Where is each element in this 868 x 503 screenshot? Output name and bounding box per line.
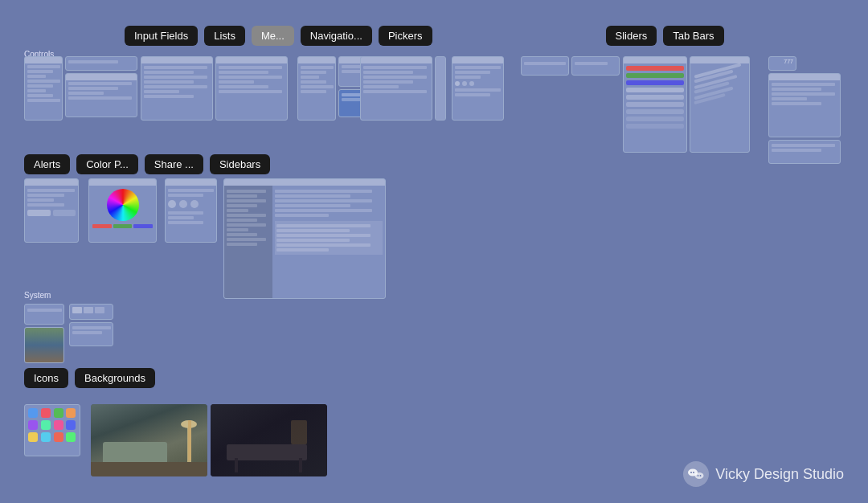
pickers-thumb-group (452, 56, 504, 121)
tb-3 (768, 140, 841, 164)
tab-bars-thumb-group: 777 (768, 56, 841, 164)
watermark-text: Vicky Design Studio (715, 466, 844, 483)
background-photo-1 (91, 404, 207, 476)
thumb-2b (65, 73, 137, 117)
sys-thumb-photo (24, 327, 64, 363)
backgrounds-label[interactable]: Backgrounds (75, 368, 155, 388)
wechat-icon (683, 461, 709, 487)
sys-thumb-2a (69, 304, 113, 320)
share-thumb (165, 178, 217, 243)
color-picker-thumb (88, 178, 157, 243)
alerts-thumb-1 (24, 178, 79, 243)
color-p-label[interactable]: Color P... (76, 154, 138, 174)
section-system: System (24, 291, 51, 300)
svg-point-3 (690, 472, 692, 473)
sys-thumb-2b (69, 322, 113, 346)
thumb-2a (65, 56, 137, 71)
nav-thumb-2 (435, 56, 446, 121)
svg-point-2 (695, 472, 704, 479)
tb-col: 777 (768, 56, 841, 164)
sidebars-thumb (223, 178, 386, 299)
lists-thumb-group (141, 56, 288, 121)
background-photo-2 (211, 404, 327, 476)
icons-grid-thumb (24, 404, 80, 456)
tb-1: 777 (768, 56, 796, 71)
icons-col (24, 304, 64, 363)
nav-thumb-1 (360, 56, 432, 121)
lists-thumb-2 (215, 56, 288, 121)
input-fields-thumb-group (24, 56, 137, 121)
sliders-thumb-2 (690, 56, 750, 153)
thumb-col-2 (65, 56, 137, 121)
pickers-label[interactable]: Pickers (379, 26, 432, 46)
right-thumbs-1 (521, 56, 620, 76)
svg-point-4 (693, 472, 694, 473)
lists-thumb-1 (141, 56, 213, 121)
share-thumb-1 (165, 178, 217, 243)
icons-label[interactable]: Icons (24, 368, 68, 388)
tab-bars-label[interactable]: Tab Bars (663, 26, 723, 46)
sidebars-thumb-1 (223, 178, 386, 299)
sidebars-label[interactable]: Sidebars (210, 154, 270, 174)
row2-labels: Alerts Color P... Share ... Sidebars (24, 154, 270, 174)
sliders-thumb-group (623, 56, 750, 153)
watermark: Vicky Design Studio (683, 461, 844, 487)
svg-point-6 (700, 475, 702, 476)
sliders-label[interactable]: Sliders (606, 26, 657, 46)
nav-thumb-group (360, 56, 446, 121)
share-label[interactable]: Share ... (145, 154, 203, 174)
alerts-label[interactable]: Alerts (24, 154, 70, 174)
rt1 (521, 56, 569, 76)
system-thumbs (24, 304, 113, 363)
tb-2 (768, 73, 841, 137)
icons-thumb-group (24, 404, 80, 456)
navigation-label[interactable]: Navigatio... (301, 26, 372, 46)
lists-label[interactable]: Lists (204, 26, 245, 46)
row1-labels: Input Fields Lists Me... Navigatio... Pi… (125, 26, 724, 46)
sliders-thumb-1 (623, 56, 687, 153)
menus-label[interactable]: Me... (252, 26, 294, 46)
alerts-thumb (24, 178, 79, 243)
pickers-thumb-1 (452, 56, 504, 121)
cp-thumb-1 (88, 178, 157, 243)
rt2 (571, 56, 620, 76)
input-fields-label[interactable]: Input Fields (125, 26, 198, 46)
menus-thumb-1 (297, 56, 336, 121)
row3-labels: Icons Backgrounds (24, 368, 155, 388)
sys-thumb-1 (24, 304, 64, 325)
sys-col2 (69, 304, 113, 363)
svg-point-5 (698, 475, 699, 476)
thumb-1 (24, 56, 63, 121)
